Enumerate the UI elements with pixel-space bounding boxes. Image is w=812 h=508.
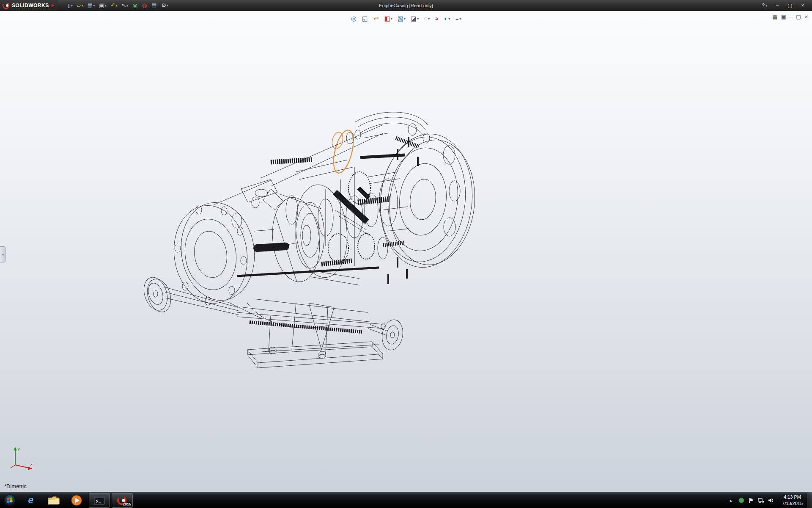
- doc-control-glyph-icon: ×: [804, 14, 808, 20]
- doc-restore-button[interactable]: ▢: [796, 14, 801, 20]
- doc-control-glyph-icon: ▢: [796, 14, 801, 20]
- start-button[interactable]: [0, 492, 19, 508]
- headsup-glyph-icon: ◪: [411, 14, 417, 23]
- titlebar: SOLIDWORKS ▯ ▾ ▱ ▾ ▦ ▾: [0, 0, 812, 11]
- show-hidden-icons-button[interactable]: ▴: [727, 498, 735, 502]
- window-controls: ? ▾ – ▢ ×: [759, 1, 812, 10]
- doc-new-window-button[interactable]: ▣: [781, 14, 786, 20]
- open-button[interactable]: ▱ ▾: [75, 1, 85, 10]
- new-button[interactable]: ▯ ▾: [66, 1, 74, 10]
- previous-view-button[interactable]: ↩: [372, 14, 381, 23]
- undo-button[interactable]: ↶ ▾: [109, 1, 119, 10]
- graphics-viewport: ◎ ◱ ↩ ◧ ▾ ▧: [0, 11, 812, 492]
- document-window-controls: ▦ ▣ – ▢ ×: [772, 14, 808, 20]
- help-button[interactable]: ? ▾: [759, 1, 771, 10]
- dropdown-arrow-icon: ▾: [167, 4, 168, 8]
- main-toolbar: ▯ ▾ ▱ ▾ ▦ ▾ ▣ ▾ ↶: [66, 1, 170, 10]
- folder-icon: [48, 496, 60, 505]
- internet-explorer-button[interactable]: e: [20, 493, 41, 508]
- toolbar-glyph-icon: ▱: [77, 1, 81, 10]
- xpress-tools-button[interactable]: ◉: [131, 1, 139, 10]
- headsup-glyph-icon: ◎: [351, 14, 357, 23]
- section-view-button[interactable]: ◧ ▾: [383, 14, 394, 23]
- solidworks-window: SOLIDWORKS ▯ ▾ ▱ ▾ ▦ ▾: [0, 0, 812, 508]
- doc-control-glyph-icon: –: [790, 14, 793, 20]
- triad-x-label: x: [30, 462, 33, 467]
- show-desktop-button[interactable]: [807, 492, 812, 508]
- zoom-to-fit-button[interactable]: ◎: [349, 14, 359, 23]
- doc-control-glyph-icon: ▦: [772, 14, 777, 20]
- toolbar-glyph-icon: ▣: [99, 1, 104, 10]
- dropdown-arrow-icon: ▾: [428, 17, 430, 21]
- doc-close-button[interactable]: ×: [804, 14, 808, 20]
- toolbar-glyph-icon: ↶: [110, 1, 115, 10]
- clock-time: 4:13 PM: [782, 494, 803, 500]
- file-properties-button[interactable]: ▤: [150, 1, 159, 10]
- media-player-button[interactable]: [66, 493, 87, 508]
- taskbar-clock[interactable]: 4:13 PM 7/13/2015: [778, 494, 807, 507]
- command-prompt-button[interactable]: [89, 493, 110, 508]
- headsup-glyph-icon: ◕: [435, 14, 439, 23]
- toolbar-glyph-icon: ◉: [132, 1, 137, 10]
- edit-appearance-button[interactable]: ◕: [433, 14, 441, 23]
- volume-icon[interactable]: [768, 497, 774, 503]
- zoom-to-area-button[interactable]: ◱: [360, 14, 370, 23]
- dropdown-arrow-icon: ▾: [126, 4, 128, 8]
- dropdown-arrow-icon: ▾: [459, 17, 461, 21]
- doc-viewport-split-button[interactable]: ▦: [772, 14, 777, 20]
- 3ds-logo-icon: [3, 2, 10, 9]
- headsup-glyph-icon: ◐: [444, 14, 448, 23]
- hide-show-items-button[interactable]: ◌ ▾: [422, 14, 431, 23]
- headsup-glyph-icon: ▧: [398, 14, 403, 23]
- clock-date: 7/13/2015: [782, 500, 803, 507]
- apply-scene-button[interactable]: ◐ ▾: [442, 14, 452, 23]
- select-button[interactable]: ↖ ▾: [120, 1, 130, 10]
- display-style-button[interactable]: ◪ ▾: [409, 14, 420, 23]
- toolbar-glyph-icon: ▦: [88, 1, 93, 10]
- media-play-icon: [71, 495, 82, 506]
- options-button[interactable]: ⚙ ▾: [159, 1, 170, 10]
- tray-icons: [735, 497, 778, 503]
- print-button[interactable]: ▣ ▾: [97, 1, 108, 10]
- view-settings-button[interactable]: ◒ ▾: [453, 14, 463, 23]
- logo-chevron-icon: [52, 3, 54, 8]
- dropdown-arrow-icon: ▾: [104, 4, 106, 8]
- reference-triad: y x: [7, 444, 36, 472]
- system-tray: ▴: [727, 492, 812, 508]
- app-name: SOLIDWORKS: [12, 3, 49, 8]
- doc-minimize-button[interactable]: –: [790, 14, 793, 20]
- dropdown-arrow-icon: ▾: [404, 17, 406, 21]
- dropdown-arrow-icon: ▾: [115, 4, 117, 8]
- headsup-glyph-icon: ◧: [384, 14, 390, 23]
- save-button[interactable]: ▦ ▾: [86, 1, 96, 10]
- dropdown-arrow-icon: ▾: [765, 4, 767, 8]
- toolbar-glyph-icon: ▤: [151, 1, 156, 10]
- view-orientation-label: *Dimetric: [4, 483, 27, 489]
- headsup-glyph-icon: ◒: [455, 14, 459, 23]
- dropdown-arrow-icon: ▾: [417, 17, 419, 21]
- windows-orb-icon: [3, 494, 16, 507]
- solidworks-2015-button[interactable]: 2015: [112, 493, 133, 508]
- dropdown-arrow-icon: ▾: [391, 17, 392, 21]
- toolbar-glyph-icon: ⚙: [161, 1, 166, 10]
- action-center-flag-icon[interactable]: [748, 497, 754, 503]
- headsup-glyph-icon: ↩: [373, 14, 379, 23]
- status-icon[interactable]: [738, 497, 744, 503]
- view-orientation-button[interactable]: ▧ ▾: [396, 14, 407, 23]
- restore-button[interactable]: ▢: [784, 1, 796, 10]
- dropdown-arrow-icon: ▾: [93, 4, 95, 8]
- solidworks-year-label: 2015: [123, 502, 131, 506]
- minimize-button[interactable]: –: [771, 1, 783, 10]
- internet-explorer-icon: e: [28, 494, 34, 506]
- headsup-glyph-icon: ◱: [362, 14, 368, 23]
- solidworks-logo: SOLIDWORKS: [0, 0, 58, 11]
- highlighted-edge: [330, 128, 357, 175]
- windows-explorer-button[interactable]: [43, 493, 64, 508]
- headsup-glyph-icon: ◌: [424, 14, 428, 23]
- network-icon[interactable]: [758, 497, 764, 503]
- dropdown-arrow-icon: ▾: [82, 4, 83, 8]
- close-button[interactable]: ×: [797, 1, 809, 10]
- dropdown-arrow-icon: ▾: [71, 4, 73, 8]
- model-wireframe[interactable]: [0, 11, 812, 492]
- rebuild-button[interactable]: ◍: [140, 1, 149, 10]
